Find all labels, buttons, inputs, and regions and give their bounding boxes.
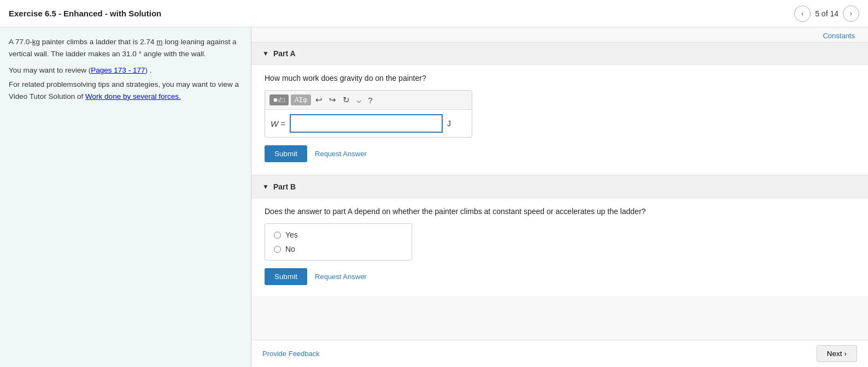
review-link[interactable]: Pages 173 - 177 [91, 66, 145, 74]
keyboard-btn[interactable]: ⌵ [354, 94, 363, 106]
right-panel: Constants ▼ Part A How much work does gr… [251, 27, 868, 367]
nav-controls: ‹ 5 of 14 › [794, 5, 859, 22]
math-toolbar: ■√□ AΣφ ↩ ↪ ↻ ⌵ ? [265, 91, 472, 110]
unit-m: m [156, 38, 162, 46]
part-a-section: ▼ Part A How much work does gravity do o… [251, 42, 868, 173]
math-input-row: W = J [265, 110, 472, 137]
unit-kg: kg [32, 38, 40, 46]
next-chevron-icon: › [844, 350, 847, 358]
next-button[interactable]: Next › [817, 345, 857, 362]
math-symbol-btn[interactable]: AΣφ [291, 94, 311, 105]
nav-info: 5 of 14 [815, 9, 838, 18]
next-nav-button[interactable]: › [843, 5, 859, 22]
part-a-title: Part A [273, 49, 296, 58]
main-layout: A 77.0-kg painter climbs a ladder that i… [0, 27, 868, 367]
part-b-action-row: Submit Request Answer [265, 268, 855, 285]
video-tutor-link[interactable]: Work done by several forces. [85, 92, 181, 100]
problem-statement: A 77.0-kg painter climbs a ladder that i… [9, 36, 242, 60]
part-a-request-answer-link[interactable]: Request Answer [315, 150, 367, 158]
part-b-header[interactable]: ▼ Part B [251, 176, 868, 198]
math-answer-input[interactable] [290, 114, 443, 133]
math-input-container: ■√□ AΣφ ↩ ↪ ↻ ⌵ ? W = J [265, 90, 472, 138]
part-b-content: Does the answer to part A depend on whet… [251, 198, 868, 296]
part-b-section: ▼ Part B Does the answer to part A depen… [251, 175, 868, 296]
part-a-action-row: Submit Request Answer [265, 145, 855, 162]
part-a-header[interactable]: ▼ Part A [251, 43, 868, 65]
part-b-radio-box: Yes No [265, 223, 412, 261]
part-b-submit-button[interactable]: Submit [265, 268, 307, 285]
part-a-question: How much work does gravity do on the pai… [265, 74, 855, 82]
part-a-content: How much work does gravity do on the pai… [251, 65, 868, 173]
part-b-option-no[interactable]: No [274, 245, 403, 253]
prev-nav-button[interactable]: ‹ [794, 5, 811, 22]
part-b-option-yes[interactable]: Yes [274, 230, 403, 239]
strategy-line: For related problemsolving tips and stra… [9, 79, 242, 102]
page-header: Exercise 6.5 - Enhanced - with Solution … [0, 0, 868, 27]
provide-feedback-link[interactable]: Provide Feedback [262, 350, 320, 358]
part-a-submit-button[interactable]: Submit [265, 145, 307, 162]
constants-bar: Constants [251, 27, 868, 42]
footer-spacer [251, 298, 868, 331]
footer-bar: Provide Feedback Next › [251, 340, 868, 367]
part-b-question: Does the answer to part A depend on whet… [265, 207, 855, 216]
part-b-radio-no[interactable] [274, 246, 281, 253]
help-btn[interactable]: ? [366, 94, 374, 106]
part-a-arrow-icon: ▼ [262, 50, 269, 57]
page-title: Exercise 6.5 - Enhanced - with Solution [9, 9, 161, 18]
next-button-label: Next [827, 350, 842, 358]
part-b-request-answer-link[interactable]: Request Answer [315, 273, 367, 281]
reset-btn[interactable]: ↻ [341, 94, 352, 106]
part-b-arrow-icon: ▼ [262, 183, 269, 191]
part-b-yes-label: Yes [285, 230, 298, 239]
math-unit: J [447, 119, 451, 128]
part-b-title: Part B [273, 182, 296, 191]
review-line: You may want to review (Pages 173 - 177)… [9, 66, 242, 74]
undo-btn[interactable]: ↩ [313, 94, 325, 106]
left-panel: A 77.0-kg painter climbs a ladder that i… [0, 27, 251, 367]
math-template-btn[interactable]: ■√□ [269, 94, 289, 105]
math-label: W = [271, 119, 285, 128]
redo-btn[interactable]: ↪ [327, 94, 338, 106]
part-b-no-label: No [285, 245, 295, 253]
constants-link[interactable]: Constants [823, 32, 855, 40]
part-b-radio-yes[interactable] [274, 232, 281, 239]
